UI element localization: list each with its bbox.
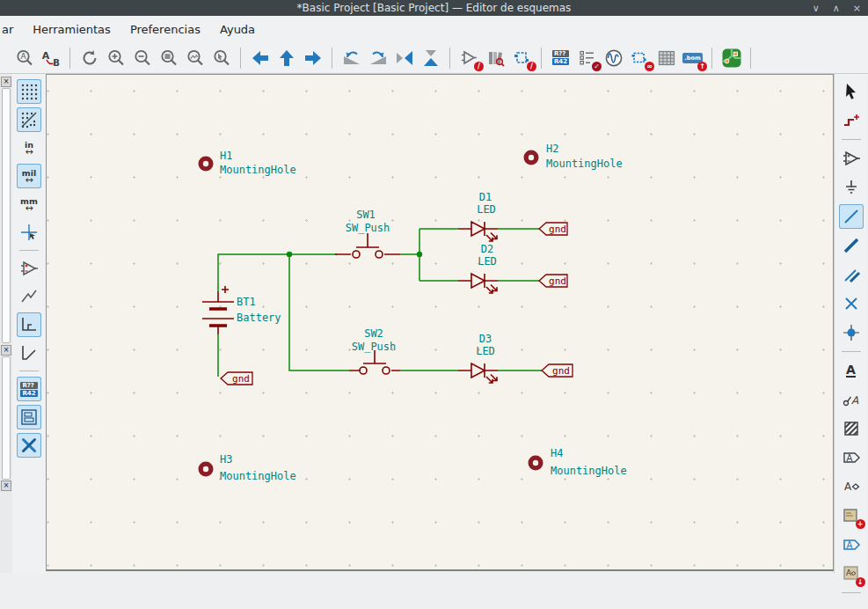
open-pcb-editor-button[interactable]: [718, 45, 744, 70]
svg-text:gnd[interactable]: gnd: [549, 275, 566, 287]
component-value[interactable]: MountingHole: [220, 164, 296, 176]
menu-item-truncated[interactable]: ar: [0, 23, 23, 36]
svg-text:gnd[interactable]: gnd: [552, 365, 570, 377]
shade-window-icon[interactable]: ∨: [813, 3, 820, 14]
units-mm-button[interactable]: mm↔: [17, 192, 41, 216]
zoom-fit-button[interactable]: [156, 45, 181, 70]
svg-text:gnd[interactable]: gnd: [232, 373, 250, 385]
schematic-canvas[interactable]: BT1 Battery SW1 SW_Push D1 LED: [46, 74, 834, 571]
component-battery-bt1[interactable]: BT1 Battery: [202, 286, 281, 334]
refresh-view-button[interactable]: [77, 45, 102, 70]
menu-item-preferencias[interactable]: Preferencias: [120, 23, 210, 36]
highlight-net-button[interactable]: [839, 108, 864, 133]
draw-wire-button[interactable]: [839, 204, 864, 229]
place-symbol-button[interactable]: [839, 146, 864, 171]
mirror-horizontal-button[interactable]: [418, 45, 443, 70]
menu-item-herramientas[interactable]: Herramientas: [23, 23, 120, 36]
close-panel-icon[interactable]: ×: [1, 481, 11, 491]
nav-forward-button[interactable]: [300, 45, 325, 70]
power-label-gnd[interactable]: gnd: [221, 372, 252, 385]
find-button[interactable]: A: [11, 45, 37, 70]
export-bom-button[interactable]: .bom ↑: [680, 45, 705, 70]
component-mounting-hole-h1[interactable]: H1 MountingHole: [199, 150, 296, 176]
component-led-d1[interactable]: D1 LED: [458, 191, 498, 241]
component-ref[interactable]: H2: [546, 143, 558, 155]
units-inches-button[interactable]: in↔: [17, 136, 41, 160]
draw-bus-button[interactable]: [839, 233, 864, 258]
grid-overrides-button[interactable]: [17, 107, 41, 132]
rule-area-button[interactable]: [839, 416, 864, 441]
select-tool-button[interactable]: [839, 79, 864, 104]
cursor-shape-button[interactable]: [17, 220, 41, 245]
nav-back-button[interactable]: [247, 45, 273, 70]
power-label-gnd[interactable]: gnd: [539, 275, 567, 287]
hierarchical-sheet-button[interactable]: +: [839, 503, 864, 528]
component-ref[interactable]: BT1: [237, 296, 256, 308]
component-mounting-hole-h2[interactable]: H2 MountingHole: [524, 143, 623, 170]
nav-up-button[interactable]: [274, 45, 299, 70]
find-replace-button[interactable]: A B: [38, 45, 63, 70]
component-led-d2[interactable]: D2 LED: [458, 243, 498, 293]
rotate-cw-button[interactable]: [365, 45, 390, 70]
component-led-d3[interactable]: D3 LED: [458, 333, 498, 383]
hv-wires-button[interactable]: [17, 312, 41, 337]
menu-item-ayuda[interactable]: Ayuda: [210, 23, 265, 36]
annotate-button[interactable]: R?? R42: [548, 45, 573, 70]
bus-entry-button[interactable]: [839, 262, 864, 287]
component-switch-sw1[interactable]: SW1 SW_Push: [335, 209, 400, 258]
mirror-vertical-button[interactable]: [391, 45, 417, 70]
component-value[interactable]: Battery: [237, 312, 281, 324]
rotate-ccw-button[interactable]: [339, 45, 364, 70]
component-ref[interactable]: D1: [479, 191, 492, 203]
global-label-button[interactable]: A: [839, 445, 864, 470]
close-window-icon[interactable]: ×: [853, 3, 861, 14]
component-ref[interactable]: SW1: [356, 209, 376, 221]
properties-panel-button[interactable]: [17, 433, 41, 458]
component-ref[interactable]: D2: [481, 243, 493, 255]
maximize-window-icon[interactable]: ∧: [833, 3, 840, 14]
zoom-objects-button[interactable]: [182, 45, 208, 70]
symbol-editor-button[interactable]: /: [456, 45, 482, 70]
zoom-in-button[interactable]: [103, 45, 128, 70]
component-ref[interactable]: SW2: [364, 327, 383, 340]
component-value[interactable]: MountingHole: [551, 465, 627, 477]
component-value[interactable]: SW_Push: [346, 222, 390, 234]
component-switch-sw2[interactable]: SW2 SW_Push: [349, 327, 400, 374]
component-ref[interactable]: D3: [479, 333, 492, 345]
hidden-pins-button[interactable]: [17, 256, 41, 281]
component-value[interactable]: MountingHole: [220, 470, 296, 482]
symbol-fields-table-button[interactable]: [653, 45, 679, 70]
power-label-gnd[interactable]: gnd: [539, 223, 567, 235]
component-value[interactable]: LED: [478, 255, 497, 268]
component-ref[interactable]: H4: [551, 447, 563, 459]
simulator-button[interactable]: [601, 45, 626, 70]
component-value[interactable]: SW_Push: [352, 341, 397, 353]
hierarchical-label-button[interactable]: A: [839, 474, 864, 499]
units-mils-button[interactable]: mil↔: [17, 164, 41, 188]
component-value[interactable]: LED: [477, 203, 496, 216]
component-ref[interactable]: H1: [220, 150, 232, 162]
angle45-wires-button[interactable]: [17, 341, 41, 365]
close-panel-icon[interactable]: ×: [1, 345, 11, 356]
footprint-editor-button[interactable]: /: [509, 45, 535, 70]
zoom-selection-button[interactable]: [208, 45, 234, 70]
junction-dot[interactable]: [287, 252, 292, 257]
svg-text:gnd[interactable]: gnd: [549, 224, 566, 235]
library-browser-button[interactable]: [483, 45, 508, 70]
show-grid-button[interactable]: [17, 79, 41, 104]
collapsed-panel[interactable]: [2, 88, 11, 343]
assign-footprints-button[interactable]: ∞: [627, 45, 653, 70]
erc-button[interactable]: ✓: [574, 45, 600, 70]
component-mounting-hole-h3[interactable]: H3 MountingHole: [199, 453, 296, 482]
component-value[interactable]: MountingHole: [546, 158, 623, 170]
close-panel-icon[interactable]: ×: [1, 77, 11, 87]
junction-button[interactable]: [839, 320, 864, 345]
sheet-pin-button[interactable]: A: [839, 532, 864, 557]
annotate-auto-button[interactable]: R?? R42: [17, 377, 41, 401]
no-connect-button[interactable]: [839, 291, 864, 316]
power-label-gnd[interactable]: gnd: [542, 364, 573, 377]
free-angle-wires-button[interactable]: [17, 284, 41, 309]
junction-dot[interactable]: [417, 252, 422, 257]
component-value[interactable]: LED: [476, 345, 495, 357]
hierarchy-navigator-button[interactable]: [17, 405, 41, 429]
